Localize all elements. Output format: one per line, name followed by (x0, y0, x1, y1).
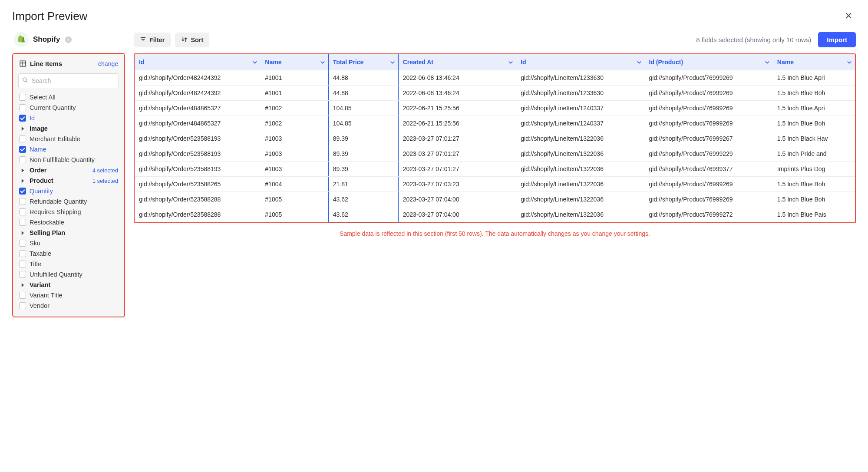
table-cell: 2023-03-27 07:01:27 (398, 146, 516, 162)
field-item[interactable]: Vendor (18, 301, 119, 310)
table-cell: 2022-06-21 15:25:56 (398, 101, 516, 116)
table-cell: gid://shopify/LineItem/1233630 (516, 86, 644, 101)
checkbox[interactable] (19, 104, 26, 111)
column-header[interactable]: Total Price (328, 54, 398, 70)
checkbox[interactable] (19, 188, 26, 195)
field-item[interactable]: Non Fulfillable Quantity (18, 155, 119, 165)
table-row: gid://shopify/Order/484865327#1002104.85… (135, 116, 855, 131)
field-item[interactable]: Image (18, 124, 119, 133)
field-label: Image (30, 125, 118, 132)
field-item[interactable]: Refundable Quantity (18, 197, 119, 206)
checkbox[interactable] (19, 219, 26, 226)
field-label: Current Quantity (30, 104, 118, 111)
field-label: Order (30, 167, 89, 174)
chevron-down-icon[interactable] (637, 59, 641, 66)
change-link[interactable]: change (98, 60, 118, 67)
field-selected-count: 4 selected (92, 167, 118, 174)
table-row: gid://shopify/Order/523588193#100389.392… (135, 162, 855, 177)
table-cell: 1.5 Inch Blue Pais (773, 207, 855, 222)
search-icon (22, 77, 28, 85)
field-item[interactable]: Merchant Editable (18, 134, 119, 144)
table-cell: 1.5 Inch Blue Boh (773, 116, 855, 131)
field-item[interactable]: Taxable (18, 249, 119, 258)
field-label: Title (30, 261, 118, 267)
chevron-down-icon[interactable] (320, 59, 325, 66)
chevron-down-icon[interactable] (508, 59, 513, 66)
integration-name: Shopify (33, 35, 60, 44)
field-label: Merchant Editable (30, 135, 118, 142)
field-search-input[interactable] (18, 73, 119, 88)
field-item[interactable]: Current Quantity (18, 103, 119, 112)
table-cell: 2023-03-27 07:01:27 (398, 162, 516, 177)
column-header[interactable]: Id (516, 54, 644, 70)
table-cell: #1001 (261, 86, 328, 101)
table-cell: #1005 (261, 192, 328, 207)
chevron-down-icon[interactable] (253, 59, 257, 66)
field-label: Name (30, 146, 118, 153)
field-item[interactable]: Title (18, 259, 119, 269)
checkbox[interactable] (19, 240, 26, 247)
table-cell: 43.62 (328, 207, 398, 222)
field-item[interactable]: Product1 selected (18, 176, 119, 185)
checkbox[interactable] (19, 261, 26, 267)
field-item[interactable]: Variant Title (18, 290, 119, 300)
checkbox[interactable] (19, 302, 26, 309)
chevron-down-icon[interactable] (765, 59, 769, 66)
field-item[interactable]: Restockable (18, 218, 119, 227)
column-header[interactable]: Name (773, 54, 855, 70)
checkbox[interactable] (19, 198, 26, 205)
table-cell: gid://shopify/LineItem/1322036 (516, 177, 644, 192)
table-cell: gid://shopify/Product/76999269 (645, 192, 773, 207)
column-header[interactable]: Created At (398, 54, 516, 70)
sort-button[interactable]: Sort (175, 33, 209, 47)
table-cell: Imprints Plus Dog (773, 162, 855, 177)
checkbox[interactable] (19, 115, 26, 122)
column-header[interactable]: Id (Product) (645, 54, 773, 70)
chevron-down-icon[interactable] (847, 59, 851, 66)
filter-button[interactable]: Filter (134, 33, 171, 47)
close-icon[interactable]: ✕ (841, 9, 856, 23)
checkbox[interactable] (19, 94, 26, 101)
field-label: Refundable Quantity (30, 198, 118, 205)
chevron-down-icon[interactable] (390, 59, 395, 66)
caret-right-icon (19, 168, 26, 173)
checkbox[interactable] (19, 146, 26, 153)
checkbox[interactable] (19, 135, 26, 142)
checkbox[interactable] (19, 292, 26, 299)
table-cell: #1001 (261, 70, 328, 86)
svg-point-3 (23, 78, 26, 81)
field-item[interactable]: Id (18, 113, 119, 123)
field-label: Variant (30, 281, 118, 288)
info-icon[interactable]: i (65, 36, 72, 43)
table-cell: 43.62 (328, 192, 398, 207)
field-item[interactable]: Sku (18, 238, 119, 248)
import-button[interactable]: Import (818, 32, 856, 47)
field-item[interactable]: Requires Shipping (18, 207, 119, 217)
table-cell: 2023-03-27 07:04:00 (398, 207, 516, 222)
table-cell: 1.5 Inch Blue Apri (773, 70, 855, 86)
column-header[interactable]: Name (261, 54, 328, 70)
field-item[interactable]: Unfulfilled Quantity (18, 270, 119, 279)
table-cell: gid://shopify/Order/523588288 (135, 207, 261, 222)
field-item[interactable]: Select All (18, 92, 119, 102)
table-cell: gid://shopify/Product/76999229 (645, 146, 773, 162)
preview-table-wrap: IdNameTotal PriceCreated AtIdId (Product… (134, 53, 856, 223)
table-cell: 1.5 Inch Blue Apri (773, 101, 855, 116)
field-item[interactable]: Name (18, 145, 119, 154)
field-label: Variant Title (30, 292, 118, 299)
column-header[interactable]: Id (135, 54, 261, 70)
table-cell: #1003 (261, 162, 328, 177)
field-label: Vendor (30, 302, 118, 309)
checkbox[interactable] (19, 208, 26, 215)
table-cell: gid://shopify/Order/523588193 (135, 146, 261, 162)
field-label: Restockable (30, 219, 118, 226)
field-item[interactable]: Order4 selected (18, 165, 119, 175)
checkbox[interactable] (19, 271, 26, 278)
field-item[interactable]: Variant (18, 280, 119, 290)
sort-label: Sort (191, 36, 203, 43)
checkbox[interactable] (19, 250, 26, 257)
field-item[interactable]: Selling Plan (18, 228, 119, 238)
table-cell: #1005 (261, 207, 328, 222)
checkbox[interactable] (19, 156, 26, 163)
field-item[interactable]: Quantity (18, 186, 119, 196)
